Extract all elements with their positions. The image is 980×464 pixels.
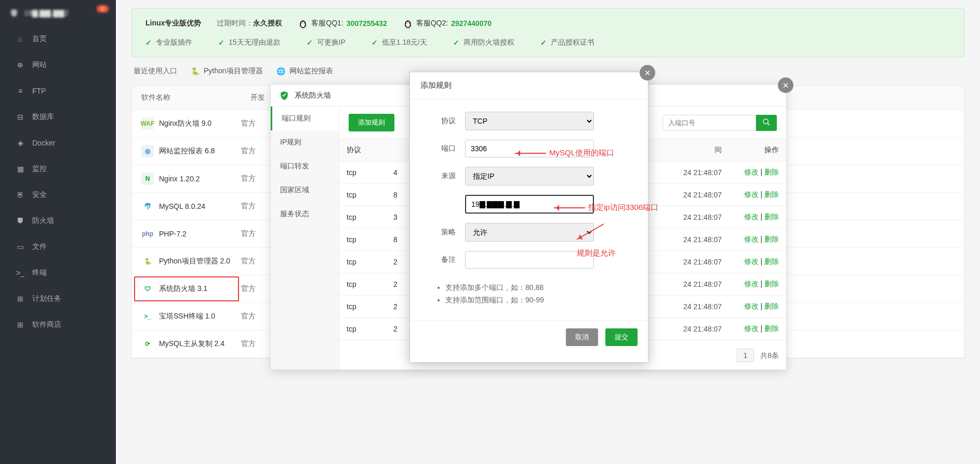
delete-link[interactable]: 删除: [764, 168, 779, 176]
sidebar-item-label: FTP: [32, 87, 46, 95]
delete-link[interactable]: 删除: [764, 235, 779, 243]
tip-item: 支持添加范围端口，如：90-99: [445, 296, 633, 305]
sidebar-item-label: 首页: [32, 34, 47, 44]
delete-link[interactable]: 删除: [764, 324, 779, 333]
nav-icon: ⛨: [16, 190, 25, 200]
qq2-link[interactable]: 客服QQ2: 2927440070: [403, 18, 492, 29]
sidebar-item-8[interactable]: ▭文件: [0, 234, 116, 260]
recent-plugin-monitor[interactable]: 🌐 网站监控报表: [276, 67, 333, 76]
col-operation: 操作: [729, 139, 786, 161]
feature-item: 低至1.18元/天: [372, 38, 427, 47]
qq1-link[interactable]: 客服QQ1: 3007255432: [298, 18, 387, 29]
delete-link[interactable]: 删除: [764, 213, 779, 221]
firewall-tab[interactable]: 端口规则: [271, 107, 339, 130]
cell-protocol: tcp: [339, 229, 386, 250]
sidebar-item-10[interactable]: ⊞计划任务: [0, 286, 116, 312]
col-protocol: 协议: [339, 139, 386, 161]
software-name: PHP-7.2: [159, 230, 187, 238]
source-select[interactable]: 指定IP: [465, 167, 594, 185]
sidebar-item-3[interactable]: ⊟数据库: [0, 104, 116, 130]
software-icon: php: [141, 228, 154, 240]
feature-item: 产品授权证书: [540, 38, 594, 47]
remark-input[interactable]: [465, 251, 594, 269]
svg-point-4: [302, 23, 304, 24]
port-search-input[interactable]: [663, 115, 756, 131]
software-icon: ◎: [141, 145, 154, 157]
edit-link[interactable]: 修改: [744, 213, 759, 221]
svg-point-2: [302, 22, 303, 23]
submit-button[interactable]: 提交: [605, 328, 638, 346]
cell-time: 24 21:48:07: [641, 251, 729, 272]
firewall-tab[interactable]: 端口转发: [271, 154, 339, 178]
delete-link[interactable]: 删除: [764, 302, 779, 310]
sidebar-item-9[interactable]: >_终端: [0, 260, 116, 286]
firewall-tab[interactable]: IP规则: [271, 130, 339, 154]
cell-protocol: tcp: [339, 184, 386, 205]
cancel-button[interactable]: 取消: [566, 328, 598, 346]
cell-time: 24 21:48:07: [641, 319, 729, 339]
cell-time: 24 21:48:07: [641, 184, 729, 205]
firewall-tab[interactable]: 服务状态: [271, 202, 339, 226]
source-label: 来源: [425, 171, 456, 181]
nav-icon: ▦: [16, 164, 25, 174]
alert-count-badge[interactable]: 0: [97, 5, 109, 12]
software-name: 宝塔SSH终端 1.0: [159, 312, 215, 321]
software-name: MySQL主从复制 2.4: [159, 339, 224, 349]
sidebar-item-label: 防火墙: [32, 216, 54, 226]
close-icon[interactable]: ×: [640, 65, 655, 81]
tips-list: 支持添加多个端口，如：80,88 支持添加范围端口，如：90-99: [425, 278, 633, 315]
policy-select[interactable]: 允许: [465, 223, 594, 242]
page-number[interactable]: 1: [737, 349, 754, 362]
globe-icon: 🌐: [276, 67, 285, 75]
software-icon: WAF: [141, 117, 154, 130]
recent-plugin-python[interactable]: 🐍 Python项目管理器: [191, 67, 263, 76]
sidebar-item-11[interactable]: ⊞软件商店: [0, 312, 116, 338]
software-name: MySQL 8.0.24: [159, 202, 205, 210]
add-rule-button[interactable]: 添加规则: [349, 114, 394, 131]
nav-icon: ⊞: [16, 320, 25, 329]
ip-input[interactable]: [465, 195, 594, 214]
edit-link[interactable]: 修改: [744, 257, 759, 266]
svg-point-7: [406, 22, 407, 23]
software-icon: 🛡: [141, 283, 154, 295]
delete-link[interactable]: 删除: [764, 190, 779, 198]
edit-link[interactable]: 修改: [744, 324, 759, 333]
protocol-select[interactable]: TCP: [465, 112, 594, 130]
delete-link[interactable]: 删除: [764, 257, 779, 266]
delete-link[interactable]: 删除: [764, 280, 779, 288]
sidebar-item-6[interactable]: ⛨安全: [0, 182, 116, 208]
banner-title: Linux专业版优势: [145, 19, 201, 28]
software-icon: 🐍: [141, 255, 154, 268]
edit-link[interactable]: 修改: [744, 235, 759, 243]
col-time-partial: 间: [641, 139, 729, 161]
cell-protocol: tcp: [339, 274, 386, 295]
software-name: Nginx 1.20.2: [159, 175, 200, 183]
software-icon: >_: [141, 310, 154, 323]
sidebar-item-0[interactable]: ⌂首页: [0, 26, 116, 52]
sidebar-item-label: 文件: [32, 242, 47, 251]
sidebar-item-1[interactable]: ⊕网站: [0, 52, 116, 78]
nav-icon: >_: [16, 268, 25, 277]
svg-point-6: [406, 22, 410, 28]
firewall-sidebar: 端口规则IP规则端口转发国家区域服务状态: [271, 107, 339, 369]
sidebar-item-2[interactable]: ≡FTP: [0, 78, 116, 104]
edit-link[interactable]: 修改: [744, 168, 759, 176]
nav-icon: ⊟: [16, 112, 25, 122]
sidebar-item-4[interactable]: ◈Docker: [0, 130, 116, 156]
feature-item: 可更换IP: [307, 38, 346, 47]
svg-point-1: [301, 22, 306, 28]
firewall-modal-title: 系统防火墙: [295, 91, 331, 100]
sidebar-item-5[interactable]: ▦监控: [0, 156, 116, 182]
page-total: 共8条: [760, 351, 779, 360]
edit-link[interactable]: 修改: [744, 302, 759, 310]
edit-link[interactable]: 修改: [744, 190, 759, 198]
sidebar-item-7[interactable]: ⛊防火墙: [0, 208, 116, 234]
port-input[interactable]: [465, 140, 594, 157]
search-button[interactable]: [756, 115, 777, 131]
edit-link[interactable]: 修改: [744, 280, 759, 288]
cell-protocol: tcp: [339, 296, 386, 317]
sidebar-item-label: Docker: [32, 139, 55, 147]
firewall-tab[interactable]: 国家区域: [271, 178, 339, 202]
close-icon[interactable]: ×: [778, 77, 793, 93]
svg-point-10: [763, 119, 768, 124]
